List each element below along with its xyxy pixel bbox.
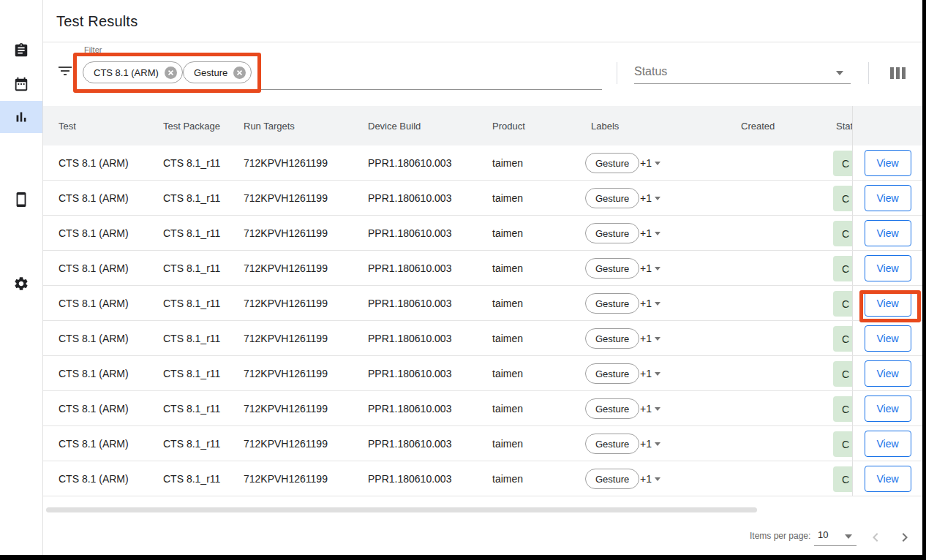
cell-run-targets: 712KPVH1261199 bbox=[244, 181, 328, 215]
view-button[interactable]: View bbox=[865, 360, 911, 387]
view-button[interactable]: View bbox=[865, 290, 911, 317]
app-window: Test Results Filter CTS 8.1 (ARM) Gestur… bbox=[0, 0, 926, 560]
column-header-created[interactable]: Created bbox=[741, 106, 775, 145]
view-button[interactable]: View bbox=[865, 325, 911, 352]
view-button[interactable]: View bbox=[865, 466, 911, 492]
cell-run-targets: 712KPVH1261199 bbox=[244, 145, 328, 180]
cancel-icon[interactable] bbox=[165, 67, 177, 79]
cell-run-targets: 712KPVH1261199 bbox=[244, 426, 328, 461]
chevron-down-icon bbox=[836, 71, 843, 75]
bar-chart-icon bbox=[13, 109, 29, 125]
more-labels-dropdown[interactable]: +1 bbox=[640, 426, 660, 461]
cell-product: taimen bbox=[492, 251, 523, 285]
column-header-product[interactable]: Product bbox=[492, 106, 525, 145]
sidebar-item-test-plans[interactable] bbox=[0, 68, 42, 100]
cell-test-package: CTS 8.1_r11 bbox=[163, 391, 220, 425]
table-row: CTS 8.1 (ARM) CTS 8.1_r11 712KPVH1261199… bbox=[43, 321, 922, 356]
column-header-status[interactable]: Status bbox=[836, 106, 853, 145]
view-button[interactable]: View bbox=[865, 396, 911, 422]
calendar-icon bbox=[13, 76, 29, 92]
more-labels-dropdown[interactable]: +1 bbox=[640, 145, 660, 180]
status-filter-select[interactable]: Status bbox=[634, 65, 851, 84]
status-badge: C bbox=[833, 256, 852, 281]
filter-chip-gesture[interactable]: Gesture bbox=[183, 61, 252, 83]
more-labels-count: +1 bbox=[640, 438, 652, 450]
chevron-left-icon bbox=[867, 529, 884, 546]
filter-chip-cts[interactable]: CTS 8.1 (ARM) bbox=[83, 61, 183, 83]
cell-device-build: PPR1.180610.003 bbox=[368, 321, 451, 355]
more-labels-dropdown[interactable]: +1 bbox=[640, 251, 660, 285]
view-button[interactable]: View bbox=[865, 185, 911, 211]
cell-product: taimen bbox=[492, 356, 523, 390]
column-header-test-package[interactable]: Test Package bbox=[163, 106, 220, 145]
chevron-down-icon[interactable] bbox=[845, 534, 852, 539]
chevron-down-icon bbox=[655, 197, 660, 200]
cell-run-targets: 712KPVH1261199 bbox=[244, 286, 328, 320]
more-labels-dropdown[interactable]: +1 bbox=[640, 216, 660, 250]
cell-test-package: CTS 8.1_r11 bbox=[163, 356, 220, 390]
cancel-icon[interactable] bbox=[233, 67, 246, 79]
cell-product: taimen bbox=[492, 426, 523, 461]
more-labels-dropdown[interactable]: +1 bbox=[640, 461, 660, 496]
cell-device-build: PPR1.180610.003 bbox=[368, 216, 451, 250]
sidebar-item-test-results[interactable] bbox=[0, 101, 42, 133]
status-badge: C bbox=[833, 186, 852, 211]
column-header-test[interactable]: Test bbox=[59, 106, 76, 145]
sidebar-item-devices[interactable] bbox=[0, 183, 42, 216]
cell-test-package: CTS 8.1_r11 bbox=[163, 145, 220, 180]
previous-page-button[interactable] bbox=[867, 529, 884, 546]
more-labels-dropdown[interactable]: +1 bbox=[640, 321, 660, 355]
filter-list-icon[interactable] bbox=[56, 62, 74, 80]
cell-run-targets: 712KPVH1261199 bbox=[244, 216, 328, 250]
more-labels-dropdown[interactable]: +1 bbox=[640, 286, 660, 320]
more-labels-count: +1 bbox=[640, 262, 652, 274]
chevron-down-icon bbox=[655, 162, 660, 165]
cell-run-targets: 712KPVH1261199 bbox=[244, 356, 328, 390]
more-labels-dropdown[interactable]: +1 bbox=[640, 356, 660, 390]
sidebar-item-settings[interactable] bbox=[0, 268, 42, 300]
sidebar-item-test-suites[interactable] bbox=[0, 34, 42, 67]
view-button[interactable]: View bbox=[865, 255, 911, 281]
next-page-button[interactable] bbox=[896, 529, 914, 546]
status-badge: C bbox=[833, 466, 852, 492]
table-body: CTS 8.1 (ARM) CTS 8.1_r11 712KPVH1261199… bbox=[43, 145, 922, 496]
view-button[interactable]: View bbox=[865, 220, 911, 246]
cell-test: CTS 8.1 (ARM) bbox=[59, 145, 129, 180]
filter-input-underline[interactable] bbox=[83, 89, 602, 90]
cell-product: taimen bbox=[492, 321, 523, 355]
column-header-device-build[interactable]: Device Build bbox=[368, 106, 421, 145]
view-button[interactable]: View bbox=[865, 150, 911, 176]
view-button[interactable]: View bbox=[865, 431, 911, 457]
more-labels-dropdown[interactable]: +1 bbox=[640, 391, 660, 425]
page-title: Test Results bbox=[56, 12, 138, 29]
cell-device-build: PPR1.180610.003 bbox=[368, 286, 451, 320]
column-header-labels[interactable]: Labels bbox=[591, 106, 619, 145]
cell-device-build: PPR1.180610.003 bbox=[368, 145, 451, 180]
label-chip: Gesture bbox=[585, 363, 639, 384]
more-labels-count: +1 bbox=[640, 227, 652, 239]
items-per-page-label: Items per page: bbox=[750, 531, 810, 541]
cell-device-build: PPR1.180610.003 bbox=[368, 426, 451, 461]
filter-toolbar: Filter CTS 8.1 (ARM) Gesture Status bbox=[43, 42, 922, 106]
table-row: CTS 8.1 (ARM) CTS 8.1_r11 712KPVH1261199… bbox=[43, 461, 922, 496]
items-per-page-select[interactable]: 10 bbox=[818, 529, 828, 540]
chevron-down-icon bbox=[655, 372, 660, 376]
column-header-run-targets[interactable]: Run Targets bbox=[244, 106, 295, 145]
view-cell: View bbox=[852, 145, 922, 180]
cell-product: taimen bbox=[492, 181, 523, 215]
horizontal-scrollbar[interactable] bbox=[46, 507, 757, 512]
filter-field-label: Filter bbox=[84, 45, 102, 54]
more-labels-count: +1 bbox=[640, 298, 652, 309]
view-cell: View bbox=[852, 286, 922, 320]
main-content: Test Results Filter CTS 8.1 (ARM) Gestur… bbox=[43, 0, 922, 560]
label-chip: Gesture bbox=[585, 258, 639, 279]
table-row: CTS 8.1 (ARM) CTS 8.1_r11 712KPVH1261199… bbox=[43, 181, 922, 216]
filter-chip-label: Gesture bbox=[194, 67, 227, 78]
label-chip: Gesture bbox=[585, 188, 639, 208]
more-labels-count: +1 bbox=[640, 473, 652, 485]
view-column-icon[interactable] bbox=[890, 67, 908, 80]
cell-test-package: CTS 8.1_r11 bbox=[163, 426, 220, 461]
status-badge: C bbox=[833, 361, 852, 387]
more-labels-dropdown[interactable]: +1 bbox=[640, 181, 660, 215]
label-chip: Gesture bbox=[585, 434, 639, 454]
